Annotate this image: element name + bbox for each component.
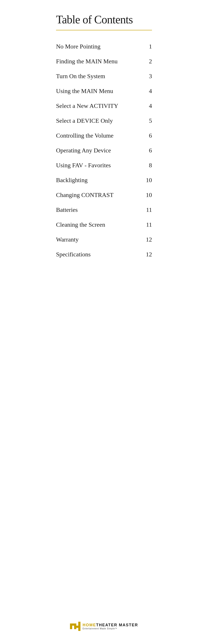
toc-item-page: 10 [138, 173, 152, 188]
toc-item-page: 4 [138, 84, 152, 98]
toc-row: Turn On the System3 [56, 69, 152, 84]
toc-item-page: 10 [138, 188, 152, 202]
brand-tagline: Entertainment Made Simple™ [83, 628, 117, 630]
toc-item-label: Changing CONTRAST [56, 188, 138, 202]
toc-item-label: Controlling the Volume [56, 128, 138, 143]
svg-rect-2 [70, 624, 76, 626]
toc-row: Using the MAIN Menu4 [56, 84, 152, 98]
toc-row: Using FAV - Favorites8 [56, 158, 152, 173]
toc-row: No More Pointing1 [56, 39, 152, 54]
brand-home: Home [83, 623, 96, 627]
toc-row: Warranty12 [56, 232, 152, 247]
toc-item-page: 12 [138, 247, 152, 262]
title-divider [56, 30, 152, 30]
toc-row: Specifications12 [56, 247, 152, 262]
toc-item-label: Warranty [56, 232, 138, 247]
toc-row: Batteries11 [56, 202, 152, 217]
toc-item-page: 6 [138, 128, 152, 143]
toc-item-label: Select a New ACTIVITY [56, 98, 138, 113]
toc-item-page: 12 [138, 232, 152, 247]
toc-item-page: 4 [138, 98, 152, 113]
toc-item-page: 11 [138, 202, 152, 217]
toc-item-label: Cleaning the Screen [56, 217, 138, 232]
toc-row: Controlling the Volume6 [56, 128, 152, 143]
footer: HomeTheater Master Entertainment Made Si… [0, 622, 208, 631]
toc-item-label: Backlighting [56, 173, 138, 188]
page-title: Table of Contents [56, 13, 152, 26]
toc-row: Cleaning the Screen11 [56, 217, 152, 232]
toc-item-label: Turn On the System [56, 69, 138, 84]
brand-text: HomeTheater Master Entertainment Made Si… [83, 623, 138, 630]
brand-icon [70, 622, 80, 631]
toc-item-page: 1 [138, 39, 152, 54]
toc-row: Backlighting10 [56, 173, 152, 188]
toc-table: No More Pointing1Finding the MAIN Menu2T… [56, 39, 152, 262]
toc-row: Select a New ACTIVITY4 [56, 98, 152, 113]
toc-item-label: Using FAV - Favorites [56, 158, 138, 173]
brand-theater-master: Theater Master [96, 623, 138, 627]
toc-row: Finding the MAIN Menu2 [56, 54, 152, 69]
toc-item-page: 5 [138, 113, 152, 128]
toc-item-label: Using the MAIN Menu [56, 84, 138, 98]
toc-item-label: Batteries [56, 202, 138, 217]
toc-item-label: No More Pointing [56, 39, 138, 54]
svg-rect-4 [76, 626, 80, 628]
toc-row: Operating Any Device6 [56, 143, 152, 158]
brand-logo: HomeTheater Master Entertainment Made Si… [70, 622, 138, 631]
toc-item-page: 2 [138, 54, 152, 69]
toc-row: Changing CONTRAST10 [56, 188, 152, 202]
toc-item-page: 3 [138, 69, 152, 84]
toc-item-label: Select a DEVICE Only [56, 113, 138, 128]
page-container: Table of Contents No More Pointing1Findi… [49, 0, 159, 279]
toc-item-label: Finding the MAIN Menu [56, 54, 138, 69]
toc-item-page: 11 [138, 217, 152, 232]
toc-item-label: Specifications [56, 247, 138, 262]
brand-name: HomeTheater Master [83, 623, 138, 628]
toc-row: Select a DEVICE Only5 [56, 113, 152, 128]
toc-item-label: Operating Any Device [56, 143, 138, 158]
toc-item-page: 6 [138, 143, 152, 158]
toc-item-page: 8 [138, 158, 152, 173]
